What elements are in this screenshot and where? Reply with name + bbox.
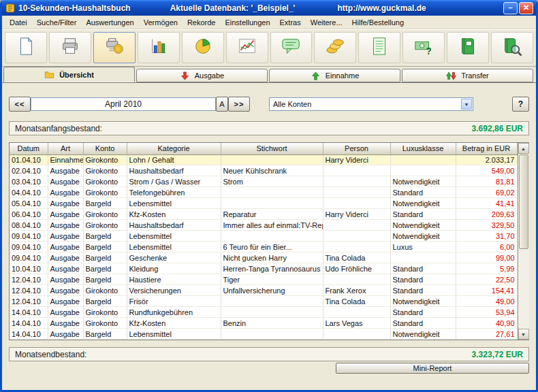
menu-item-rekorde[interactable]: Rekorde bbox=[183, 17, 221, 28]
cell-stichwort bbox=[221, 329, 323, 340]
cell-betrag-in-eur: 22,50 bbox=[456, 274, 517, 285]
prev-month-button[interactable]: << bbox=[9, 97, 31, 112]
cell-person bbox=[323, 165, 390, 176]
tab-ausgabe[interactable]: Ausgabe bbox=[136, 69, 268, 82]
account-select[interactable]: Alle Konten ▼ bbox=[269, 97, 473, 111]
cell-kategorie: Frisör bbox=[127, 296, 221, 307]
title-bar[interactable]: 10-Sekunden-Haushaltsbuch Aktuelle Daten… bbox=[2, 0, 536, 16]
menu-item-hilfe-bestellung[interactable]: Hilfe/Bestellung bbox=[347, 17, 409, 28]
table-row[interactable]: 06.04.10AusgabeGirokontoKfz-KostenRepara… bbox=[10, 209, 517, 220]
table-row[interactable]: 14.04.10AusgabeGirokontoKfz-KostenBenzin… bbox=[10, 318, 517, 329]
table-row[interactable]: 14.04.10AusgabeGirokontoRundfunkgebühren… bbox=[10, 307, 517, 318]
table-row[interactable]: 01.04.10EinnahmeGirokontoLohn / GehaltHa… bbox=[10, 154, 517, 165]
chevron-down-icon[interactable]: ▼ bbox=[461, 99, 472, 110]
table-row[interactable]: 10.04.10AusgabeBargeldKleidungHerren-Tan… bbox=[10, 263, 517, 274]
transfer-arrows-icon bbox=[446, 71, 456, 81]
mini-report-button[interactable]: Mini-Report bbox=[336, 363, 529, 374]
cell-betrag-in-eur: 5,99 bbox=[456, 263, 517, 274]
money-question-button[interactable]: ? bbox=[402, 32, 445, 63]
bar-chart-button[interactable] bbox=[138, 32, 180, 63]
coins-button[interactable] bbox=[314, 32, 356, 63]
period-label: April 2010 bbox=[105, 99, 142, 109]
table-row[interactable]: 12.04.10AusgabeBargeldHaustiereTigerStan… bbox=[10, 274, 517, 285]
money-question-icon: ? bbox=[413, 36, 434, 59]
cell-stichwort bbox=[221, 307, 323, 318]
menu-item-einstellungen[interactable]: Einstellungen bbox=[220, 17, 274, 28]
print-money-button[interactable] bbox=[93, 32, 136, 63]
cell-konto: Bargeld bbox=[83, 274, 127, 285]
minimize-button[interactable]: – bbox=[503, 2, 518, 14]
cell-datum: 12.04.10 bbox=[10, 274, 48, 285]
cell-stichwort: Immer alles auf einmal:TV-Rep. bbox=[221, 220, 323, 231]
cell-kategorie: Strom / Gas / Wasser bbox=[127, 176, 221, 187]
app-window: 10-Sekunden-Haushaltsbuch Aktuelle Daten… bbox=[0, 0, 538, 392]
cell-betrag-in-eur: 81,81 bbox=[456, 176, 517, 187]
cell-art: Ausgabe bbox=[48, 176, 83, 187]
table-row[interactable]: 09.04.10AusgabeBargeldGeschenkeNicht guc… bbox=[10, 252, 517, 263]
table-row[interactable]: 09.04.10AusgabeBargeldLebensmittelNotwen… bbox=[10, 231, 517, 242]
line-chart-icon bbox=[237, 36, 257, 59]
column-header-luxusklasse[interactable]: Luxusklasse bbox=[390, 143, 456, 154]
line-chart-button[interactable] bbox=[226, 32, 268, 63]
table-row[interactable]: 14.04.10AusgabeBargeldLebensmittelNotwen… bbox=[10, 329, 517, 340]
close-button[interactable]: ✕ bbox=[519, 2, 533, 14]
column-header-betrag-in-eur[interactable]: Betrag in EUR bbox=[456, 143, 517, 154]
menu-item-weitere[interactable]: Weitere... bbox=[306, 17, 347, 28]
cell-art: Ausgabe bbox=[48, 274, 83, 285]
comment-button[interactable] bbox=[270, 32, 313, 63]
cell-art: Ausgabe bbox=[48, 329, 83, 340]
period-field[interactable]: April 2010 bbox=[31, 97, 216, 111]
tab-einnahme[interactable]: Einnahme bbox=[269, 69, 400, 82]
column-header-datum[interactable]: Datum bbox=[10, 143, 48, 154]
column-header-stichwort[interactable]: Stichwort bbox=[221, 143, 323, 154]
column-header-person[interactable]: Person bbox=[323, 143, 390, 154]
cell-person bbox=[323, 307, 390, 318]
transactions-grid: DatumArtKontoKategorieStichwortPersonLux… bbox=[9, 142, 529, 340]
new-document-button[interactable] bbox=[5, 32, 47, 63]
column-header-kategorie[interactable]: Kategorie bbox=[127, 143, 221, 154]
help-button[interactable]: ? bbox=[512, 97, 529, 112]
notes-button[interactable] bbox=[358, 32, 400, 63]
column-header-art[interactable]: Art bbox=[48, 143, 83, 154]
vertical-scrollbar[interactable]: ▲ ▼ bbox=[518, 143, 529, 340]
cell-stichwort: Unfallversicherung bbox=[221, 285, 323, 296]
cell-konto: Girokonto bbox=[83, 176, 127, 187]
auto-button[interactable]: A bbox=[216, 97, 228, 112]
footer-row: Mini-Report bbox=[9, 363, 529, 374]
pie-chart-button[interactable] bbox=[182, 32, 224, 63]
cell-datum: 08.04.10 bbox=[10, 220, 48, 231]
coins-icon bbox=[325, 36, 345, 59]
table-row[interactable]: 08.04.10AusgabeGirokontoHaushaltsbedarfI… bbox=[10, 220, 517, 231]
cell-konto: Girokonto bbox=[83, 307, 127, 318]
tab-ubersicht[interactable]: Übersicht bbox=[3, 67, 135, 82]
cell-art: Ausgabe bbox=[48, 307, 83, 318]
table-row[interactable]: 03.04.10AusgabeGirokontoStrom / Gas / Wa… bbox=[10, 176, 517, 187]
month-end-label: Monatsendbestand: bbox=[15, 350, 86, 359]
book-button[interactable] bbox=[447, 32, 489, 63]
table-row[interactable]: 05.04.10AusgabeBargeldLebensmittelNotwen… bbox=[10, 198, 517, 209]
scroll-down-icon[interactable]: ▼ bbox=[518, 329, 529, 340]
column-header-konto[interactable]: Konto bbox=[83, 143, 127, 154]
cell-konto: Girokonto bbox=[83, 209, 127, 220]
print-button[interactable] bbox=[49, 32, 91, 63]
cell-konto: Bargeld bbox=[83, 263, 127, 274]
table-row[interactable]: 04.04.10AusgabeGirokontoTelefongebührenS… bbox=[10, 187, 517, 198]
menu-item-suche-filter[interactable]: Suche/Filter bbox=[32, 17, 82, 28]
scroll-up-icon[interactable]: ▲ bbox=[518, 143, 529, 154]
scrollbar-track[interactable] bbox=[518, 154, 529, 329]
tab-transfer[interactable]: Transfer bbox=[402, 69, 533, 82]
cell-betrag-in-eur: 154,41 bbox=[456, 285, 517, 296]
menu-item-extras[interactable]: Extras bbox=[275, 17, 306, 28]
table-row[interactable]: 12.04.10AusgabeGirokontoVersicherungenUn… bbox=[10, 285, 517, 296]
menu-item-vermogen[interactable]: Vermögen bbox=[139, 17, 183, 28]
book-search-button[interactable] bbox=[491, 32, 533, 63]
cell-stichwort bbox=[221, 296, 323, 307]
next-month-button[interactable]: >> bbox=[228, 97, 250, 112]
table-row[interactable]: 12.04.10AusgabeBargeldFrisörTina ColadaN… bbox=[10, 296, 517, 307]
menu-item-auswertungen[interactable]: Auswertungen bbox=[81, 17, 138, 28]
table-row[interactable]: 09.04.10AusgabeBargeldLebensmittel6 Teur… bbox=[10, 242, 517, 252]
table-row[interactable]: 02.04.10AusgabeGirokontoHaushaltsbedarfN… bbox=[10, 165, 517, 176]
scrollbar-thumb[interactable] bbox=[519, 154, 528, 249]
cell-stichwort: Neuer Kühlschrank bbox=[221, 165, 323, 176]
menu-item-datei[interactable]: Datei bbox=[5, 17, 32, 28]
